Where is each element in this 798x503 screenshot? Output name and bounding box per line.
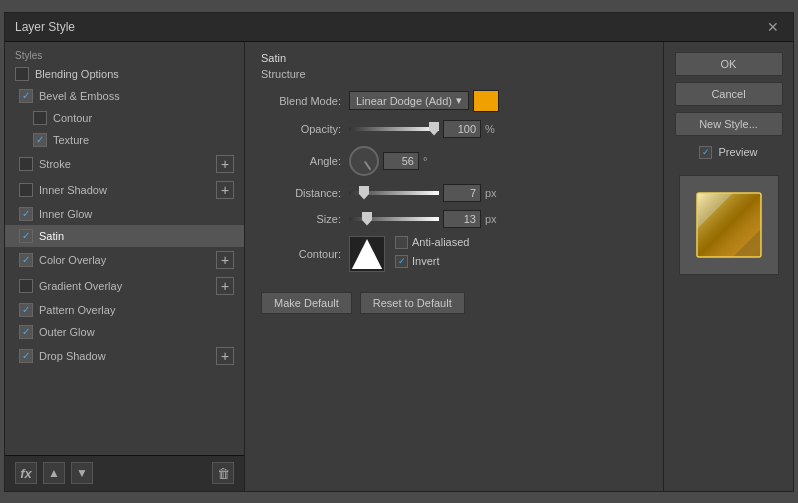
- bevel-emboss-label: Bevel & Emboss: [39, 90, 120, 102]
- stroke-label: Stroke: [39, 158, 71, 170]
- pattern-overlay-label: Pattern Overlay: [39, 304, 115, 316]
- size-label: Size:: [261, 213, 341, 225]
- sidebar-item-inner-glow[interactable]: ✓ Inner Glow: [5, 203, 244, 225]
- sidebar-item-drop-shadow[interactable]: ✓ Drop Shadow +: [5, 343, 244, 369]
- anti-aliased-cb[interactable]: [395, 236, 408, 249]
- blending-options-checkbox[interactable]: [15, 67, 29, 81]
- move-up-button[interactable]: ▲: [43, 462, 65, 484]
- bevel-emboss-checkbox[interactable]: ✓: [19, 89, 33, 103]
- cancel-button[interactable]: Cancel: [675, 82, 783, 106]
- drop-shadow-checkbox[interactable]: ✓: [19, 349, 33, 363]
- reset-to-default-button[interactable]: Reset to Default: [360, 292, 465, 314]
- contour-svg: [350, 237, 384, 271]
- drop-shadow-add-button[interactable]: +: [216, 347, 234, 365]
- section-title: Satin: [261, 52, 647, 64]
- size-input[interactable]: [443, 210, 481, 228]
- sidebar-item-inner-shadow[interactable]: Inner Shadow +: [5, 177, 244, 203]
- blend-mode-dropdown[interactable]: Linear Dodge (Add) ▾: [349, 91, 469, 110]
- invert-cb[interactable]: ✓: [395, 255, 408, 268]
- delete-button[interactable]: 🗑: [212, 462, 234, 484]
- opacity-row: Opacity: %: [261, 120, 647, 138]
- invert-label: Invert: [412, 255, 440, 267]
- inner-glow-label: Inner Glow: [39, 208, 92, 220]
- outer-glow-checkbox[interactable]: ✓: [19, 325, 33, 339]
- sidebar-item-blending-options[interactable]: Blending Options: [5, 63, 244, 85]
- move-down-button[interactable]: ▼: [71, 462, 93, 484]
- distance-unit: px: [485, 187, 503, 199]
- button-row: Make Default Reset to Default: [261, 292, 647, 314]
- title-bar: Layer Style ✕: [5, 13, 793, 42]
- dropdown-arrow-icon: ▾: [456, 94, 462, 107]
- preview-row: ✓ Preview: [699, 146, 757, 159]
- layer-style-dialog: Layer Style ✕ Styles Blending Options ✓ …: [4, 12, 794, 492]
- inner-shadow-label: Inner Shadow: [39, 184, 107, 196]
- sidebar-item-pattern-overlay[interactable]: ✓ Pattern Overlay: [5, 299, 244, 321]
- gradient-overlay-checkbox[interactable]: [19, 279, 33, 293]
- satin-label: Satin: [39, 230, 64, 242]
- size-unit: px: [485, 213, 503, 225]
- fx-button[interactable]: fx: [15, 462, 37, 484]
- preview-checkbox[interactable]: ✓: [699, 146, 712, 159]
- color-swatch[interactable]: [473, 90, 499, 112]
- stroke-add-button[interactable]: +: [216, 155, 234, 173]
- sidebar-item-stroke[interactable]: Stroke +: [5, 151, 244, 177]
- contour-checkbox[interactable]: [33, 111, 47, 125]
- preview-icon-svg: [689, 185, 769, 265]
- stroke-checkbox[interactable]: [19, 157, 33, 171]
- dialog-title: Layer Style: [15, 20, 75, 34]
- size-slider[interactable]: [349, 217, 439, 221]
- size-slider-thumb[interactable]: [362, 212, 372, 226]
- opacity-slider[interactable]: [349, 127, 439, 131]
- fx-label: fx: [20, 466, 32, 481]
- distance-label: Distance:: [261, 187, 341, 199]
- sidebar-item-outer-glow[interactable]: ✓ Outer Glow: [5, 321, 244, 343]
- sidebar-item-bevel-emboss[interactable]: ✓ Bevel & Emboss: [5, 85, 244, 107]
- distance-slider[interactable]: [349, 191, 439, 195]
- angle-label: Angle:: [261, 155, 341, 167]
- angle-input[interactable]: [383, 152, 419, 170]
- angle-row: Angle: °: [261, 146, 647, 176]
- color-overlay-label: Color Overlay: [39, 254, 106, 266]
- sidebar-item-gradient-overlay[interactable]: Gradient Overlay +: [5, 273, 244, 299]
- inner-shadow-add-button[interactable]: +: [216, 181, 234, 199]
- left-panel-bottom-bar: fx ▲ ▼ 🗑: [5, 455, 244, 491]
- opacity-slider-thumb[interactable]: [429, 122, 439, 136]
- preview-label: Preview: [718, 146, 757, 158]
- sidebar-item-color-overlay[interactable]: ✓ Color Overlay +: [5, 247, 244, 273]
- pattern-overlay-checkbox[interactable]: ✓: [19, 303, 33, 317]
- inner-glow-checkbox[interactable]: ✓: [19, 207, 33, 221]
- distance-slider-thumb[interactable]: [359, 186, 369, 200]
- sidebar-item-contour[interactable]: Contour: [5, 107, 244, 129]
- preview-canvas: [679, 175, 779, 275]
- contour-preview[interactable]: [349, 236, 385, 272]
- distance-input[interactable]: [443, 184, 481, 202]
- inner-shadow-checkbox[interactable]: [19, 183, 33, 197]
- make-default-button[interactable]: Make Default: [261, 292, 352, 314]
- angle-line: [364, 160, 371, 169]
- new-style-button[interactable]: New Style...: [675, 112, 783, 136]
- anti-aliased-checkbox-row[interactable]: Anti-aliased: [395, 236, 469, 249]
- size-row: Size: px: [261, 210, 647, 228]
- gradient-overlay-add-button[interactable]: +: [216, 277, 234, 295]
- left-panel: Styles Blending Options ✓ Bevel & Emboss…: [5, 42, 245, 491]
- right-panel: OK Cancel New Style... ✓ Preview: [663, 42, 793, 491]
- blend-mode-row: Blend Mode: Linear Dodge (Add) ▾: [261, 90, 647, 112]
- close-button[interactable]: ✕: [763, 19, 783, 35]
- opacity-input[interactable]: [443, 120, 481, 138]
- blending-options-label: Blending Options: [35, 68, 119, 80]
- ok-button[interactable]: OK: [675, 52, 783, 76]
- texture-label: Texture: [53, 134, 89, 146]
- invert-checkbox-row[interactable]: ✓ Invert: [395, 255, 469, 268]
- satin-checkbox[interactable]: ✓: [19, 229, 33, 243]
- color-overlay-add-button[interactable]: +: [216, 251, 234, 269]
- dialog-body: Styles Blending Options ✓ Bevel & Emboss…: [5, 42, 793, 491]
- blend-mode-value: Linear Dodge (Add): [356, 95, 452, 107]
- sidebar-item-satin[interactable]: ✓ Satin: [5, 225, 244, 247]
- texture-checkbox[interactable]: ✓: [33, 133, 47, 147]
- middle-panel: Satin Structure Blend Mode: Linear Dodge…: [245, 42, 663, 491]
- color-overlay-checkbox[interactable]: ✓: [19, 253, 33, 267]
- drop-shadow-label: Drop Shadow: [39, 350, 106, 362]
- angle-dial[interactable]: [349, 146, 379, 176]
- sidebar-item-texture[interactable]: ✓ Texture: [5, 129, 244, 151]
- down-arrow-icon: ▼: [76, 466, 88, 480]
